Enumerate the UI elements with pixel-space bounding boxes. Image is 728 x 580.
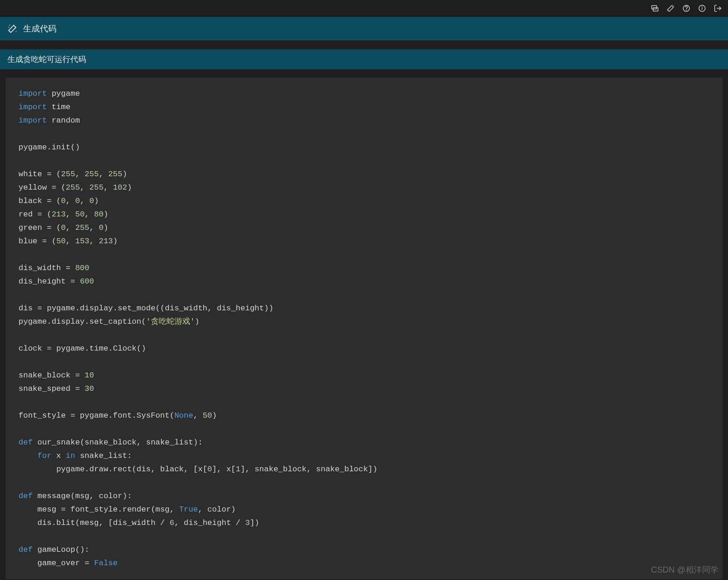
broadcast-icon[interactable]	[650, 4, 660, 13]
exit-icon[interactable]	[713, 4, 722, 13]
separator	[0, 69, 728, 78]
header-banner: 生成代码	[0, 17, 728, 41]
code-output-panel[interactable]: import pygame import time import random …	[6, 78, 722, 579]
top-toolbar	[0, 0, 728, 17]
help-icon[interactable]	[682, 4, 691, 13]
svg-point-6	[702, 6, 703, 7]
code-block[interactable]: import pygame import time import random …	[19, 87, 709, 570]
subheader-banner: 生成贪吃蛇可运行代码	[0, 49, 728, 69]
separator	[0, 41, 728, 49]
info-icon[interactable]	[697, 4, 707, 13]
header-title: 生成代码	[23, 23, 56, 34]
svg-point-3	[686, 10, 687, 10]
magic-wand-icon[interactable]	[666, 4, 675, 13]
subheader-title: 生成贪吃蛇可运行代码	[7, 54, 86, 65]
wand-icon	[7, 24, 18, 34]
